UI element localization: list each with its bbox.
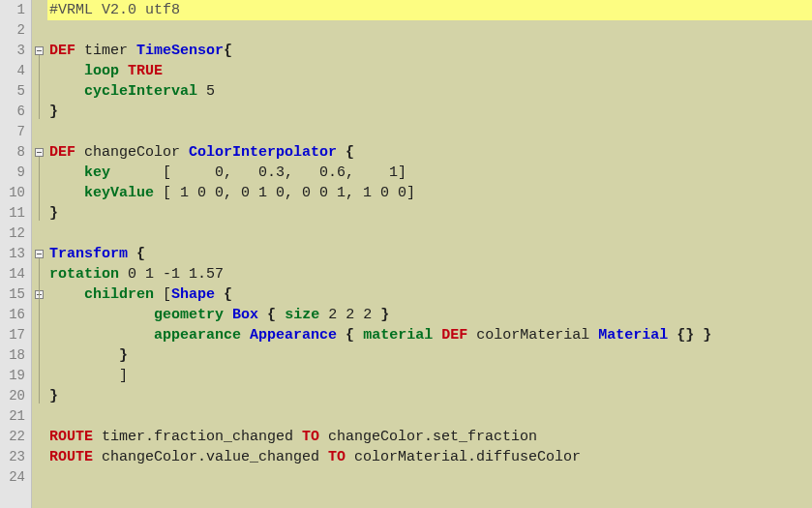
code-line[interactable]: DEF changeColor ColorInterpolator { — [47, 142, 812, 163]
token: } — [49, 104, 58, 120]
token — [49, 307, 154, 323]
code-line[interactable]: ] — [47, 366, 812, 386]
fold-toggle-icon[interactable] — [35, 148, 44, 157]
token — [49, 347, 119, 364]
token: { — [136, 246, 145, 262]
token — [337, 144, 346, 161]
token: loop — [84, 63, 119, 79]
fold-guide — [39, 55, 40, 119]
token: Appearance — [250, 327, 337, 344]
token: { — [224, 286, 232, 303]
code-line[interactable]: cycleInterval 5 — [47, 81, 812, 102]
token: children — [84, 286, 154, 303]
token: TRUE — [128, 63, 163, 79]
code-line[interactable]: #VRML V2.0 utf8 — [47, 0, 812, 20]
token: DEF — [49, 144, 75, 161]
code-area[interactable]: #VRML V2.0 utf8DEF timer TimeSensor{ loo… — [47, 0, 812, 508]
code-line[interactable]: loop TRUE — [47, 61, 812, 81]
token — [337, 327, 346, 344]
code-line[interactable]: children [Shape { — [47, 284, 812, 305]
code-line[interactable]: } — [47, 345, 812, 366]
token: changeColor — [75, 144, 189, 161]
token: material — [363, 327, 433, 344]
token: { — [346, 144, 354, 161]
code-line[interactable]: } — [47, 203, 812, 224]
token: appearance — [154, 327, 241, 344]
code-line[interactable] — [47, 122, 812, 142]
token: Material — [598, 327, 668, 344]
token: TimeSensor — [136, 43, 224, 59]
line-number: 18 — [0, 345, 31, 366]
token — [694, 327, 703, 344]
token: } — [49, 388, 58, 404]
token: changeColor.set_fraction — [319, 429, 537, 445]
line-number: 4 — [0, 61, 31, 81]
token — [433, 327, 441, 344]
line-number: 6 — [0, 102, 31, 122]
token — [49, 185, 84, 201]
line-number: 19 — [0, 366, 31, 386]
code-line[interactable]: geometry Box { size 2 2 2 } — [47, 305, 812, 325]
token — [224, 307, 232, 323]
token — [241, 327, 250, 344]
line-number: 17 — [0, 325, 31, 345]
line-number: 2 — [0, 20, 31, 41]
token: changeColor.value_changed — [93, 449, 328, 465]
code-editor[interactable]: 123456789101112131415161718192021222324 … — [0, 0, 812, 508]
line-number: 3 — [0, 41, 31, 61]
token: } — [703, 327, 711, 344]
token — [668, 327, 677, 344]
code-line[interactable]: } — [47, 386, 812, 406]
token: #VRML V2.0 utf8 — [49, 2, 180, 18]
token: colorMaterial.diffuseColor — [346, 449, 581, 465]
line-number-gutter: 123456789101112131415161718192021222324 — [0, 0, 32, 508]
code-line[interactable]: } — [47, 102, 812, 122]
line-number: 9 — [0, 163, 31, 183]
token: timer.fraction_changed — [93, 429, 302, 445]
line-number: 10 — [0, 183, 31, 203]
token: { — [267, 307, 276, 323]
line-number: 22 — [0, 427, 31, 447]
fold-toggle-icon[interactable] — [35, 250, 44, 258]
line-number: 15 — [0, 284, 31, 305]
token: size — [285, 307, 319, 323]
token: } — [119, 347, 128, 364]
token — [49, 286, 84, 303]
token: colorMaterial — [467, 327, 598, 344]
token — [49, 83, 84, 100]
line-number: 13 — [0, 244, 31, 264]
line-number: 5 — [0, 81, 31, 102]
code-line[interactable]: rotation 0 1 -1 1.57 — [47, 264, 812, 284]
code-line[interactable]: ROUTE changeColor.value_changed TO color… — [47, 447, 812, 467]
line-number: 7 — [0, 122, 31, 142]
code-line[interactable] — [47, 224, 812, 244]
token — [354, 327, 363, 344]
token: timer — [75, 43, 136, 59]
code-line[interactable]: Transform { — [47, 244, 812, 264]
fold-toggle-icon[interactable] — [35, 46, 44, 55]
code-line[interactable]: keyValue [ 1 0 0, 0 1 0, 0 0 1, 1 0 0] — [47, 183, 812, 203]
code-line[interactable] — [47, 20, 812, 41]
token: keyValue — [84, 185, 154, 201]
line-number: 14 — [0, 264, 31, 284]
line-number: 1 — [0, 0, 31, 20]
token: { — [224, 43, 232, 59]
line-number: 24 — [0, 467, 31, 488]
token: { — [346, 327, 354, 344]
token: [ 1 0 0, 0 1 0, 0 0 1, 1 0 0] — [154, 185, 415, 201]
token: TO — [302, 429, 319, 445]
token: } — [49, 205, 58, 222]
fold-column[interactable] — [32, 0, 47, 508]
token — [119, 63, 128, 79]
code-line[interactable]: ROUTE timer.fraction_changed TO changeCo… — [47, 427, 812, 447]
code-line[interactable] — [47, 406, 812, 427]
line-number: 20 — [0, 386, 31, 406]
token: [ 0, 0.3, 0.6, 1] — [110, 164, 406, 181]
code-line[interactable] — [47, 467, 812, 488]
code-line[interactable]: appearance Appearance { material DEF col… — [47, 325, 812, 345]
code-line[interactable]: DEF timer TimeSensor{ — [47, 41, 812, 61]
token — [49, 327, 154, 344]
token: 0 1 -1 1.57 — [119, 266, 224, 283]
code-line[interactable]: key [ 0, 0.3, 0.6, 1] — [47, 163, 812, 183]
token: Transform — [49, 246, 128, 262]
